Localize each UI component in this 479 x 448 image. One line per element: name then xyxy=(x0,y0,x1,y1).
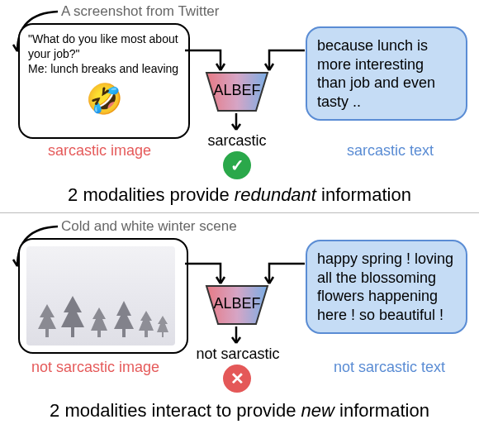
bottom-annotation: Cold and white winter scene xyxy=(61,218,237,235)
check-icon: ✓ xyxy=(223,151,251,179)
top-annotation: A screenshot from Twitter xyxy=(61,3,219,20)
text-class-label: sarcastic text xyxy=(347,142,434,160)
caption-pre: 2 modalities provide xyxy=(68,184,235,205)
top-image-box: "What do you like most about your job?" … xyxy=(18,23,190,139)
image-class-label: not sarcastic image xyxy=(31,359,159,376)
text-content: happy spring ! loving all the blossoming… xyxy=(317,250,453,323)
bottom-section: Cold and white winter scene ALBEF xyxy=(0,212,479,448)
down-arrow-icon xyxy=(230,112,243,135)
tweet-text: "What do you like most about your job?" … xyxy=(28,31,180,77)
bottom-text-box: happy spring ! loving all the blossoming… xyxy=(306,240,467,334)
down-arrow-icon xyxy=(230,325,243,348)
image-class-label: sarcastic image xyxy=(48,142,151,160)
caption-em: redundant xyxy=(235,184,316,205)
top-text-box: because lunch is more interesting than j… xyxy=(306,26,467,121)
cross-icon: ✕ xyxy=(223,365,251,393)
text-class-label: not sarcastic text xyxy=(334,359,445,376)
top-caption: 2 modalities provide redundant informati… xyxy=(0,184,479,206)
model-box: ALBEF xyxy=(205,71,269,112)
model-label: ALBEF xyxy=(205,82,269,99)
caption-post: information xyxy=(316,184,411,205)
model-label: ALBEF xyxy=(205,295,269,312)
top-section: A screenshot from Twitter "What do you l… xyxy=(0,0,479,211)
text-content: because lunch is more interesting than j… xyxy=(317,37,435,110)
winter-scene-image xyxy=(26,246,175,346)
bottom-caption: 2 modalities interact to provide new inf… xyxy=(0,400,479,422)
laugh-emoji-icon: 🤣 xyxy=(28,82,180,117)
caption-em: new xyxy=(301,400,334,421)
caption-pre: 2 modalities interact to provide xyxy=(50,400,301,421)
output-label: sarcastic xyxy=(202,132,272,150)
caption-post: information xyxy=(334,400,429,421)
output-label: not sarcastic xyxy=(188,346,287,363)
model-box: ALBEF xyxy=(205,284,269,326)
bottom-image-box xyxy=(18,238,188,354)
